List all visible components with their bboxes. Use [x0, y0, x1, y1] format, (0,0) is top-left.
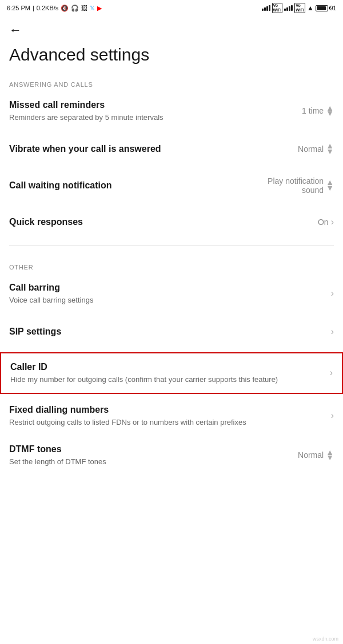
item-title-vibrate: Vibrate when your call is answered [9, 143, 291, 155]
chevron-icon-quick-responses: › [331, 217, 334, 227]
spinner-icon-missed-call: ▲▼ [326, 106, 334, 117]
item-left-dtmf: DTMF tones Set the length of DTMF tones [9, 444, 298, 467]
section-header-answering: ANSWERING AND CALLS [0, 77, 343, 91]
settings-item-missed-call-reminders[interactable]: Missed call reminders Reminders are sepa… [0, 91, 343, 131]
settings-item-call-waiting[interactable]: Call waiting notification Play notificat… [0, 167, 343, 204]
section-answering-calls: ANSWERING AND CALLS Missed call reminder… [0, 77, 343, 240]
item-value-vibrate: Normal [298, 144, 324, 154]
settings-item-call-barring[interactable]: Call barring Voice call barring settings… [0, 274, 343, 313]
chevron-icon-caller-id: › [330, 368, 333, 378]
item-right-quick-responses: On › [318, 217, 334, 227]
item-value-dtmf: Normal [298, 450, 324, 460]
item-subtitle-fdn: Restrict outgoing calls to listed FDNs o… [9, 417, 324, 428]
item-subtitle-call-barring: Voice call barring settings [9, 295, 324, 305]
item-value-missed-call: 1 time [302, 106, 324, 115]
status-left: 6:25 PM | 0.2KB/s 🔇 🎧 🖼 𝕏 ▶ [7, 5, 102, 12]
section-divider [9, 245, 334, 245]
item-value-quick-responses: On [318, 218, 329, 227]
spinner-icon-dtmf: ▲▼ [326, 450, 334, 461]
settings-item-sip[interactable]: SIP settings › [0, 313, 343, 350]
item-title-dtmf: DTMF tones [9, 444, 291, 456]
time: 6:25 PM [7, 5, 30, 11]
chevron-icon-sip: › [331, 327, 334, 337]
section-other: OTHER Call barring Voice call barring se… [0, 259, 343, 475]
item-left-call-waiting: Call waiting notification [9, 180, 261, 192]
vo-wifi-badge-1: VoWiFi [272, 3, 283, 14]
settings-item-caller-id[interactable]: Caller ID Hide my number for outgoing ca… [0, 352, 343, 394]
settings-item-fdn[interactable]: Fixed dialling numbers Restrict outgoing… [0, 396, 343, 436]
item-left-call-barring: Call barring Voice call barring settings [9, 282, 331, 305]
back-button[interactable]: ← [0, 16, 31, 40]
item-left-sip: SIP settings [9, 326, 331, 338]
speed: | [33, 5, 34, 11]
section-header-other: OTHER [0, 259, 343, 274]
item-subtitle-missed-call: Reminders are separated by 5 minute inte… [9, 112, 295, 123]
page-title: Advanced settings [0, 40, 343, 77]
item-right-dtmf: Normal ▲▼ [298, 450, 334, 461]
chevron-icon-fdn: › [331, 410, 334, 421]
mute-icon: 🔇 [61, 5, 69, 12]
watermark: wsxdn.com [313, 636, 338, 642]
section-gap [0, 250, 343, 259]
item-subtitle-dtmf: Set the length of DTMF tones [9, 457, 291, 467]
battery-icon [316, 5, 328, 11]
item-title-caller-id: Caller ID [10, 361, 323, 373]
item-left-quick-responses: Quick responses [9, 216, 318, 228]
item-right-caller-id: › [330, 368, 333, 378]
spinner-icon-vibrate: ▲▼ [326, 143, 334, 155]
spinner-icon-call-waiting: ▲▼ [326, 180, 334, 191]
status-bar: 6:25 PM | 0.2KB/s 🔇 🎧 🖼 𝕏 ▶ VoWiFi VoWiF… [0, 0, 343, 16]
item-title-call-barring: Call barring [9, 282, 324, 294]
item-right-fdn: › [331, 410, 334, 421]
twitter-icon: 𝕏 [90, 5, 95, 12]
item-right-call-barring: › [331, 288, 334, 299]
signal-bars-1 [262, 5, 270, 11]
item-title-quick-responses: Quick responses [9, 216, 311, 228]
item-title-sip: SIP settings [9, 326, 324, 338]
item-right-missed-call: 1 time ▲▼ [302, 106, 334, 117]
item-right-call-waiting: Play notification sound ▲▼ [261, 176, 334, 195]
battery-level: 91 [330, 5, 336, 11]
settings-item-quick-responses[interactable]: Quick responses On › [0, 204, 343, 240]
screen-icon: 🖼 [81, 5, 87, 11]
item-subtitle-caller-id: Hide my number for outgoing calls (confi… [10, 375, 323, 385]
item-left-vibrate: Vibrate when your call is answered [9, 143, 298, 155]
settings-item-vibrate[interactable]: Vibrate when your call is answered Norma… [0, 131, 343, 167]
vo-wifi-badge-2: VoWiFi [294, 3, 305, 14]
item-left-caller-id: Caller ID Hide my number for outgoing ca… [10, 361, 330, 385]
wifi-icon: ▲ [307, 4, 314, 12]
headset-icon: 🎧 [71, 5, 79, 12]
item-left-missed-call: Missed call reminders Reminders are sepa… [9, 99, 302, 123]
item-title-call-waiting: Call waiting notification [9, 180, 254, 192]
chevron-icon-call-barring: › [331, 288, 334, 299]
status-right: VoWiFi VoWiFi ▲ 91 [262, 3, 336, 14]
item-right-sip: › [331, 327, 334, 337]
item-right-vibrate: Normal ▲▼ [298, 143, 334, 155]
data-speed: 0.2KB/s [37, 5, 59, 11]
item-value-call-waiting: Play notification sound [261, 176, 324, 195]
item-left-fdn: Fixed dialling numbers Restrict outgoing… [9, 404, 331, 428]
youtube-icon: ▶ [97, 5, 102, 12]
back-arrow-icon: ← [9, 23, 22, 38]
settings-item-dtmf[interactable]: DTMF tones Set the length of DTMF tones … [0, 436, 343, 475]
signal-bars-2 [284, 5, 293, 11]
item-title-fdn: Fixed dialling numbers [9, 404, 324, 416]
item-title-missed-call: Missed call reminders [9, 99, 295, 111]
